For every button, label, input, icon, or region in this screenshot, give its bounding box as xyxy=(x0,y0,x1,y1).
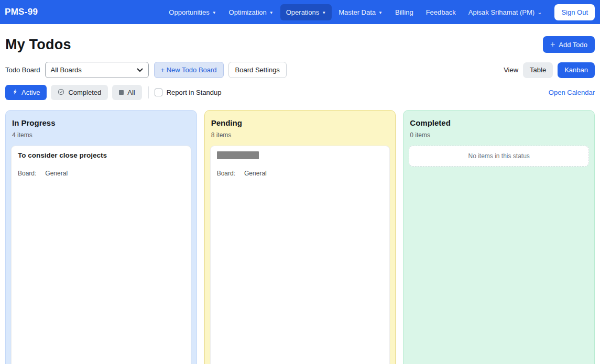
filter-active-button[interactable]: Active xyxy=(5,85,47,100)
chevron-down-icon: ⌄ xyxy=(537,9,542,16)
view-switcher: View Table Kanban xyxy=(504,62,595,78)
column-title: Completed xyxy=(410,118,588,127)
board-select[interactable]: All Boards xyxy=(45,62,149,78)
todo-card[interactable]: To consider close projects Board:General… xyxy=(11,146,191,364)
nav-item-operations[interactable]: Operations▼ xyxy=(280,4,332,20)
lightning-bolt-icon xyxy=(12,89,18,97)
nav-items: Opportunities▼Optimization▼Operations▼Ma… xyxy=(162,4,548,20)
report-in-standup-label: Report in Standup xyxy=(167,89,222,96)
caret-down-icon: ▼ xyxy=(378,10,383,15)
card-board-value: General xyxy=(45,170,68,364)
caret-down-icon: ▼ xyxy=(322,10,326,15)
kanban-column-in-progress: In Progress4 itemsTo consider close proj… xyxy=(5,110,197,364)
kanban-column-pending: Pending8 items Board:GeneralClient:Due:O… xyxy=(204,110,396,364)
view-kanban-button[interactable]: Kanban xyxy=(558,62,595,78)
divider xyxy=(148,86,149,98)
add-todo-button[interactable]: + Add Todo xyxy=(543,36,595,53)
card-board: Board:General xyxy=(18,170,184,364)
open-calendar-link[interactable]: Open Calendar xyxy=(549,89,595,96)
todo-card[interactable]: Board:GeneralClient:Due:Oct 31, 2026LOW xyxy=(210,146,390,364)
filter-all-button[interactable]: All xyxy=(112,85,141,100)
filter-completed-label: Completed xyxy=(68,89,101,96)
new-todo-board-button[interactable]: + New Todo Board xyxy=(154,62,224,78)
column-title: Pending xyxy=(211,118,389,127)
card-board: Board:General xyxy=(217,170,384,364)
page-header: My Todos + Add Todo xyxy=(5,36,595,53)
nav-item-billing[interactable]: Billing xyxy=(389,4,419,20)
main-content: My Todos + Add Todo Todo Board All Board… xyxy=(0,36,600,364)
empty-placeholder: No items in this status xyxy=(409,146,589,167)
card-board-value: General xyxy=(244,170,267,364)
card-board-label: Board: xyxy=(217,170,235,364)
app-brand: PMS-99 xyxy=(5,7,38,17)
column-count: 4 items xyxy=(12,131,190,139)
filter-active-label: Active xyxy=(21,89,40,96)
todo-board-label: Todo Board xyxy=(5,66,40,74)
filter-all-label: All xyxy=(127,89,135,96)
nav-item-feedback[interactable]: Feedback xyxy=(420,4,462,20)
filter-completed-button[interactable]: Completed xyxy=(51,85,108,100)
caret-down-icon: ▼ xyxy=(212,10,216,15)
report-in-standup-checkbox[interactable] xyxy=(155,89,162,96)
check-circle-icon xyxy=(58,89,64,97)
filter-bar: Active Completed All Report in Standup O… xyxy=(5,85,595,100)
view-label: View xyxy=(504,66,518,74)
board-select-value: All Boards xyxy=(51,66,82,74)
nav-item-optimization[interactable]: Optimization▼ xyxy=(223,4,279,20)
nav-item-master-data[interactable]: Master Data▼ xyxy=(333,4,388,20)
navbar: PMS-99 Opportunities▼Optimization▼Operat… xyxy=(0,0,600,24)
caret-down-icon: ▼ xyxy=(269,10,274,15)
add-todo-label: Add Todo xyxy=(559,41,587,49)
redacted-text xyxy=(217,151,259,159)
view-table-button[interactable]: Table xyxy=(523,62,553,78)
column-title: In Progress xyxy=(12,118,190,127)
card-title-text: To consider close projects xyxy=(18,151,107,159)
card-title: To consider close projects xyxy=(18,151,184,160)
plus-icon: + xyxy=(550,40,555,49)
card-board-label: Board: xyxy=(18,170,36,364)
nav-item-apisak-srihamat-pm[interactable]: Apisak Srihamat (PM)⌄ xyxy=(463,4,548,20)
kanban-column-completed: Completed0 itemsNo items in this status xyxy=(403,110,595,364)
kanban-board: In Progress4 itemsTo consider close proj… xyxy=(5,110,595,364)
sign-out-button[interactable]: Sign Out xyxy=(554,4,595,20)
chevron-down-icon xyxy=(137,66,143,74)
card-title xyxy=(217,151,384,160)
page-title: My Todos xyxy=(5,37,71,53)
square-icon xyxy=(119,90,124,95)
column-count: 8 items xyxy=(211,131,389,139)
board-bar: Todo Board All Boards + New Todo Board B… xyxy=(5,62,595,78)
column-count: 0 items xyxy=(410,131,588,139)
nav-item-opportunities[interactable]: Opportunities▼ xyxy=(163,4,222,20)
board-settings-button[interactable]: Board Settings xyxy=(228,62,287,78)
